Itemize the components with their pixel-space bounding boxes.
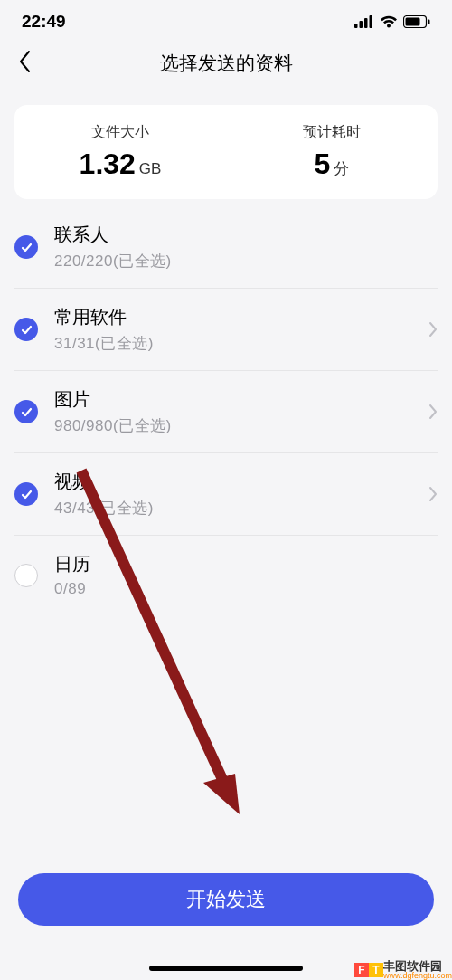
item-text: 视频 43/43(已全选) [54, 470, 428, 519]
home-indicator [149, 966, 303, 971]
signal-icon [354, 15, 374, 28]
item-sub: 31/31(已全选) [54, 333, 428, 354]
svg-rect-3 [370, 15, 373, 28]
time-label: 预计耗时 [226, 123, 438, 142]
item-sub: 980/980(已全选) [54, 415, 428, 436]
data-list: 联系人 220/220(已全选) 常用软件 31/31(已全选) 图片 980/… [0, 206, 452, 614]
status-time: 22:49 [22, 12, 66, 32]
item-title: 常用软件 [54, 305, 428, 329]
item-sub: 0/89 [54, 580, 438, 598]
item-text: 联系人 220/220(已全选) [54, 223, 438, 271]
list-item-contacts[interactable]: 联系人 220/220(已全选) [14, 206, 438, 289]
item-text: 日历 0/89 [54, 552, 438, 598]
chevron-right-icon [428, 404, 438, 420]
size-unit: GB [139, 160, 162, 177]
send-button[interactable]: 开始发送 [18, 873, 434, 926]
chevron-left-icon [18, 50, 31, 73]
size-value: 1.32 [80, 147, 136, 180]
item-title: 联系人 [54, 223, 438, 247]
watermark: FT 丰图软件园www.dgfengtu.com [354, 960, 452, 980]
size-label: 文件大小 [14, 123, 226, 142]
check-icon [20, 323, 33, 337]
wm-url: www.dgfengtu.com [383, 972, 452, 980]
est-time-col: 预计耗时 5分 [226, 123, 438, 181]
header: 选择发送的资料 [0, 40, 452, 87]
checkbox[interactable] [14, 318, 38, 341]
svg-rect-1 [360, 21, 363, 28]
item-title: 日历 [54, 552, 438, 576]
page-title: 选择发送的资料 [160, 51, 293, 76]
checkbox[interactable] [14, 235, 38, 259]
send-label: 开始发送 [186, 886, 266, 913]
item-sub: 43/43(已全选) [54, 498, 428, 519]
summary-card: 文件大小 1.32GB 预计耗时 5分 [14, 105, 438, 199]
list-item-calendar[interactable]: 日历 0/89 [14, 536, 438, 614]
time-value: 5 [315, 147, 331, 180]
svg-rect-5 [406, 18, 420, 26]
list-item-apps[interactable]: 常用软件 31/31(已全选) [14, 289, 438, 371]
time-unit: 分 [334, 160, 349, 177]
file-size-col: 文件大小 1.32GB [14, 123, 226, 181]
chevron-right-icon [428, 486, 438, 502]
item-title: 视频 [54, 470, 428, 494]
checkbox[interactable] [14, 400, 38, 423]
item-text: 图片 980/980(已全选) [54, 387, 428, 436]
checkbox[interactable] [14, 482, 38, 506]
svg-rect-2 [364, 18, 368, 28]
battery-icon [403, 15, 430, 28]
checkbox[interactable] [14, 564, 38, 587]
chevron-right-icon [428, 321, 438, 338]
svg-rect-6 [428, 20, 430, 24]
back-button[interactable] [18, 50, 31, 77]
list-item-photos[interactable]: 图片 980/980(已全选) [14, 371, 438, 453]
list-item-videos[interactable]: 视频 43/43(已全选) [14, 453, 438, 536]
wifi-icon [380, 15, 398, 28]
item-text: 常用软件 31/31(已全选) [54, 305, 428, 354]
svg-rect-0 [354, 24, 358, 28]
svg-marker-8 [203, 774, 240, 814]
check-icon [20, 405, 33, 419]
status-indicators [354, 15, 430, 28]
item-sub: 220/220(已全选) [54, 251, 438, 271]
check-icon [20, 488, 33, 501]
status-bar: 22:49 [0, 0, 452, 40]
item-title: 图片 [54, 387, 428, 412]
check-icon [20, 241, 33, 254]
